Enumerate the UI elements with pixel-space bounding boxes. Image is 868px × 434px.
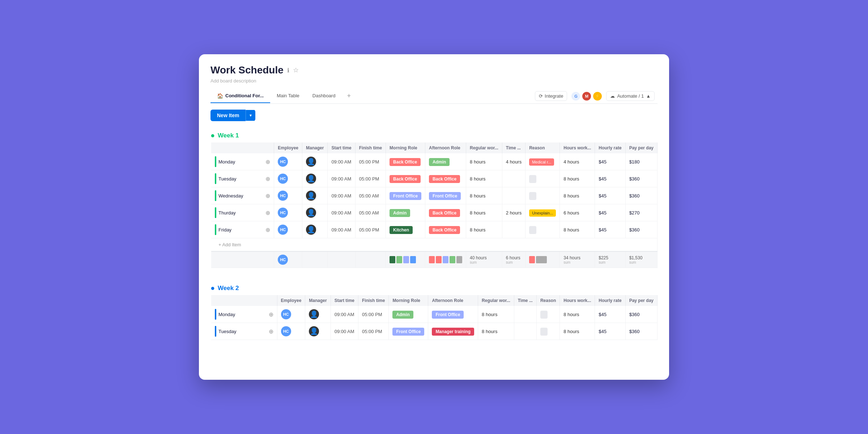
start-time-cell[interactable]: 09:00 AM — [331, 323, 358, 340]
add-row-icon[interactable]: ⊕ — [265, 226, 270, 233]
finish-time-cell[interactable]: 05:00 AM — [355, 204, 386, 221]
employee-avatar[interactable]: HC — [281, 309, 291, 319]
start-time-cell[interactable]: 09:00 AM — [328, 170, 355, 187]
morning-role-cell[interactable]: Admin — [389, 306, 428, 323]
start-time-cell[interactable]: 09:00 AM — [328, 204, 355, 221]
finish-time-cell[interactable]: 05:00 PM — [358, 306, 389, 323]
finish-time-cell[interactable]: 05:00 PM — [355, 221, 386, 238]
pay-per-day-cell: $360 — [625, 221, 657, 238]
day-label: Tuesday — [218, 176, 236, 182]
finish-time-cell[interactable]: 05:00 AM — [355, 187, 386, 204]
manager-avatar[interactable]: 👤 — [309, 326, 319, 336]
afternoon-role-cell[interactable]: Back Office — [425, 170, 466, 187]
regular-hours-cell: 8 hours — [466, 204, 502, 221]
reason-empty — [540, 311, 548, 319]
start-time-cell[interactable]: 09:00 AM — [328, 221, 355, 238]
week2-header[interactable]: ● Week 2 — [210, 280, 658, 295]
hours-worked-cell: 8 hours — [560, 306, 595, 323]
manager-avatar[interactable]: 👤 — [309, 309, 319, 319]
afternoon-role-cell[interactable]: Front Office — [425, 187, 466, 204]
manager-avatar[interactable]: 👤 — [306, 208, 316, 218]
board-description[interactable]: Add board description — [210, 78, 658, 84]
afternoon-role-badge[interactable]: Admin — [429, 158, 450, 166]
add-row-icon[interactable]: ⊕ — [269, 328, 273, 335]
start-time-cell[interactable]: 09:00 AM — [328, 153, 355, 170]
afternoon-role-badge[interactable]: Manager training — [432, 328, 474, 336]
finish-time-cell[interactable]: 05:00 PM — [355, 170, 386, 187]
google-icon[interactable]: G — [571, 92, 580, 101]
finish-time-cell[interactable]: 05:00 PM — [355, 153, 386, 170]
add-row-icon[interactable]: ⊕ — [265, 158, 270, 165]
col-employee: Employee — [274, 142, 302, 153]
afternoon-role-cell[interactable]: Manager training — [428, 323, 478, 340]
time-off-cell — [502, 187, 525, 204]
add-row-icon[interactable]: ⊕ — [265, 175, 270, 182]
integrate-button[interactable]: ⟳ Integrate — [535, 91, 567, 101]
star-icon[interactable]: ☆ — [293, 66, 299, 74]
summary-timeoff: 6 hourssum — [502, 251, 525, 268]
morning-role-cell[interactable]: Back Office — [386, 153, 425, 170]
week1-section: ● Week 1 Employee Manager Start time Fin… — [210, 127, 658, 268]
employee-avatar[interactable]: HC — [281, 326, 291, 336]
morning-role-cell[interactable]: Admin — [386, 204, 425, 221]
regular-hours-cell: 8 hours — [478, 306, 514, 323]
morning-role-badge[interactable]: Kitchen — [390, 226, 413, 234]
manager-avatar[interactable]: 👤 — [306, 225, 316, 235]
afternoon-role-badge[interactable]: Front Office — [429, 192, 461, 200]
add-item-label[interactable]: + Add Item — [211, 238, 658, 252]
manager-cell: 👤 — [302, 204, 328, 221]
employee-avatar[interactable]: HC — [278, 191, 288, 201]
finish-time-cell[interactable]: 05:00 PM — [358, 323, 389, 340]
tab-dashboard[interactable]: Dashboard — [306, 89, 342, 103]
summary-color-admin2 — [450, 256, 455, 263]
afternoon-role-cell[interactable]: Front Office — [428, 306, 478, 323]
week1-header[interactable]: ● Week 1 — [210, 127, 658, 142]
start-time-cell[interactable]: 09:00 AM — [331, 306, 358, 323]
toolbar: New Item ▾ — [199, 104, 669, 127]
tab-add-button[interactable]: + — [342, 89, 356, 103]
add-row-icon[interactable]: ⊕ — [265, 192, 270, 199]
new-item-dropdown-button[interactable]: ▾ — [246, 110, 255, 121]
morning-role-badge[interactable]: Back Office — [390, 158, 421, 166]
automate-button[interactable]: ☁ Automate / 1 ▲ — [606, 91, 655, 101]
home-icon: 🏠 — [217, 93, 223, 99]
manager-avatar[interactable]: 👤 — [306, 191, 316, 201]
morning-role-cell[interactable]: Front Office — [386, 187, 425, 204]
start-time-cell[interactable]: 09:00 AM — [328, 187, 355, 204]
morning-role-badge[interactable]: Back Office — [390, 175, 421, 183]
pay-per-day-cell: $180 — [625, 153, 657, 170]
automate-collapse-icon: ▲ — [646, 93, 651, 99]
manager-avatar[interactable]: 👤 — [306, 157, 316, 167]
manager-avatar[interactable]: 👤 — [306, 174, 316, 184]
tab-conditional[interactable]: 🏠 Conditional For... — [210, 89, 270, 103]
afternoon-role-badge[interactable]: Back Office — [429, 175, 460, 183]
afternoon-role-cell[interactable]: Admin — [425, 153, 466, 170]
add-row-icon[interactable]: ⊕ — [269, 311, 273, 318]
morning-role-badge[interactable]: Admin — [392, 311, 413, 319]
afternoon-role-cell[interactable]: Back Office — [425, 221, 466, 238]
morning-role-cell[interactable]: Back Office — [386, 170, 425, 187]
afternoon-role-badge[interactable]: Back Office — [429, 209, 460, 217]
employee-avatar[interactable]: HC — [278, 208, 288, 218]
summary-gray-color — [536, 256, 547, 263]
employee-avatar[interactable]: HC — [278, 157, 288, 167]
add-item-row[interactable]: + Add Item — [211, 238, 658, 252]
zapier-icon[interactable]: ⚡ — [593, 92, 602, 101]
morning-role-cell[interactable]: Front Office — [389, 323, 428, 340]
add-row-icon[interactable]: ⊕ — [265, 209, 270, 216]
morning-role-badge[interactable]: Admin — [390, 209, 410, 217]
morning-role-badge[interactable]: Front Office — [390, 192, 421, 200]
afternoon-role-cell[interactable]: Back Office — [425, 204, 466, 221]
employee-avatar[interactable]: HC — [278, 225, 288, 235]
tab-main-table[interactable]: Main Table — [270, 89, 306, 103]
morning-role-cell[interactable]: Kitchen — [386, 221, 425, 238]
gmail-icon[interactable]: M — [582, 92, 591, 101]
info-icon[interactable]: ℹ — [287, 67, 289, 74]
new-item-main-button[interactable]: New Item — [210, 110, 246, 121]
time-off-cell — [502, 170, 525, 187]
col-hours: Hours work... — [560, 142, 595, 153]
afternoon-role-badge[interactable]: Front Office — [432, 311, 464, 319]
afternoon-role-badge[interactable]: Back Office — [429, 226, 460, 234]
morning-role-badge[interactable]: Front Office — [392, 328, 424, 336]
employee-avatar[interactable]: HC — [278, 174, 288, 184]
